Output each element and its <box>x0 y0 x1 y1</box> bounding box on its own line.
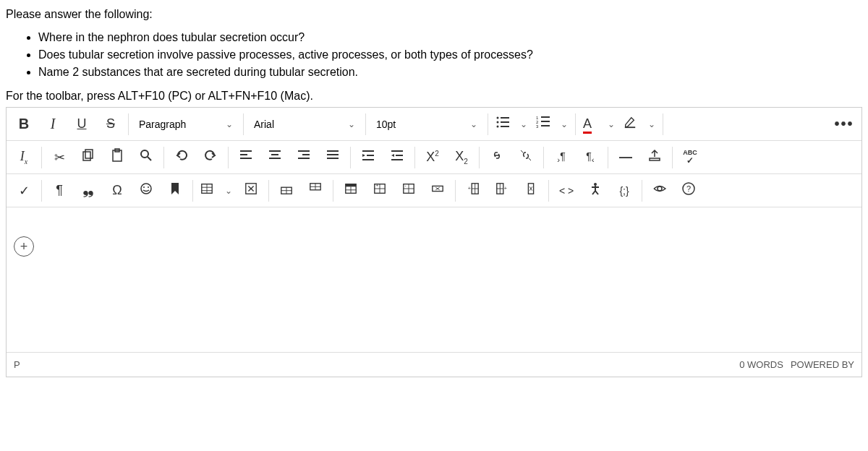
col-left-button[interactable]: + <box>459 176 488 205</box>
svg-rect-34 <box>391 150 403 152</box>
bold-button[interactable]: B <box>9 110 38 139</box>
strikethrough-button[interactable]: S <box>96 110 125 139</box>
superscript-button[interactable]: X2 <box>418 143 447 172</box>
checkmark-icon: ✓ <box>19 183 30 199</box>
indent-icon <box>361 148 375 166</box>
svg-point-2 <box>497 121 499 124</box>
font-color-button[interactable]: A ⌄ <box>579 110 619 139</box>
add-content-button[interactable]: + <box>14 236 34 257</box>
align-left-icon <box>239 148 253 166</box>
separator <box>163 147 164 168</box>
paste-button[interactable] <box>103 143 132 172</box>
symbol-button[interactable]: Ω <box>103 176 132 205</box>
separator <box>268 180 269 202</box>
svg-rect-26 <box>302 154 310 155</box>
highlight-color-button[interactable]: ⌄ <box>619 110 660 139</box>
css-class-button[interactable]: {;} <box>610 176 639 205</box>
row-header-button[interactable] <box>336 176 365 205</box>
plus-icon: + <box>20 239 28 254</box>
help-button[interactable]: ? <box>674 176 703 205</box>
align-right-button[interactable] <box>289 143 318 172</box>
subscript-button[interactable]: X2 <box>447 143 476 172</box>
cut-button[interactable]: ✂ <box>45 143 74 172</box>
separator <box>663 113 663 135</box>
editor-content[interactable]: + <box>7 207 861 352</box>
link-icon <box>490 148 504 166</box>
rtl-icon: ¶‹ <box>586 150 594 164</box>
undo-icon <box>174 148 189 166</box>
separator <box>548 180 549 202</box>
braces-icon: {;} <box>619 185 629 197</box>
separator <box>488 113 488 135</box>
question-bullet: Name 2 substances that are secreted duri… <box>38 64 862 81</box>
ltr-button[interactable]: ›¶ <box>547 143 576 172</box>
row-insert-above-button[interactable] <box>272 176 301 205</box>
indent-button[interactable] <box>354 143 383 172</box>
toolbar-hint: For the toolbar, press ALT+F10 (PC) or A… <box>6 90 862 103</box>
code-icon: < > <box>559 185 574 197</box>
highlight-icon <box>624 116 637 132</box>
font-family-select[interactable]: Arial ⌄ <box>247 110 362 139</box>
undo-button[interactable] <box>167 143 196 172</box>
svg-rect-22 <box>269 150 281 152</box>
spellcheck-button[interactable]: ABC✓ <box>676 143 705 172</box>
col-delete-button[interactable] <box>516 176 545 205</box>
svg-rect-7 <box>541 116 550 118</box>
unlink-icon <box>519 148 533 166</box>
row-insert-below-button[interactable] <box>301 176 330 205</box>
svg-point-0 <box>497 117 499 119</box>
source-code-button[interactable]: < > <box>552 176 581 205</box>
chevron-down-icon: ⌄ <box>561 119 568 129</box>
show-blocks-button[interactable]: ¶ <box>45 176 74 205</box>
editor-footer: P 0 WORDS POWERED BY <box>7 352 861 377</box>
clear-formatting-button[interactable]: Ix <box>9 143 38 172</box>
row-remove-button[interactable]: - <box>394 176 423 205</box>
svg-point-40 <box>141 184 151 194</box>
numbered-list-button[interactable]: 123 ⌄ <box>532 110 572 139</box>
svg-rect-57 <box>346 184 356 187</box>
svg-rect-27 <box>298 158 310 159</box>
copy-icon <box>81 148 95 166</box>
col-x-icon <box>524 182 537 199</box>
element-path[interactable]: P <box>14 359 20 370</box>
table-button[interactable]: ⌄ <box>196 176 237 205</box>
blockquote-button[interactable]: ❟❟ <box>74 176 103 205</box>
table-delete-button[interactable] <box>237 176 265 205</box>
person-icon <box>588 181 603 199</box>
align-left-button[interactable] <box>231 143 260 172</box>
copy-button[interactable] <box>74 143 103 172</box>
insert-file-button[interactable] <box>640 143 669 172</box>
italic-button[interactable]: I <box>38 110 67 139</box>
separator <box>41 147 42 168</box>
row-delete-button[interactable] <box>423 176 452 205</box>
redo-button[interactable] <box>196 143 225 172</box>
separator <box>41 180 42 202</box>
svg-rect-31 <box>362 150 374 152</box>
separator <box>414 147 415 168</box>
svg-rect-30 <box>327 158 339 159</box>
align-center-button[interactable] <box>260 143 289 172</box>
math-button[interactable]: ✓ <box>9 176 38 205</box>
separator <box>243 113 244 135</box>
more-button[interactable]: ••• <box>830 110 859 139</box>
find-button[interactable] <box>132 143 161 172</box>
preview-button[interactable] <box>645 176 674 205</box>
underline-button[interactable]: U <box>67 110 96 139</box>
outdent-button[interactable] <box>383 143 412 172</box>
unlink-button[interactable] <box>511 143 540 172</box>
block-format-select[interactable]: Paragraph ⌄ <box>132 110 240 139</box>
smile-icon <box>139 181 153 199</box>
emoji-button[interactable] <box>132 176 161 205</box>
svg-rect-33 <box>362 159 374 160</box>
link-button[interactable] <box>482 143 511 172</box>
col-right-button[interactable]: + <box>488 176 516 205</box>
anchor-button[interactable] <box>161 176 190 205</box>
accessibility-button[interactable] <box>581 176 610 205</box>
bullet-list-button[interactable]: ⌄ <box>491 110 532 139</box>
rtl-button[interactable]: ¶‹ <box>576 143 605 172</box>
horizontal-rule-button[interactable]: — <box>611 143 640 172</box>
row-add-button[interactable]: + <box>365 176 394 205</box>
align-justify-button[interactable] <box>318 143 347 172</box>
svg-rect-23 <box>271 154 278 155</box>
font-size-select[interactable]: 10pt ⌄ <box>369 110 485 139</box>
